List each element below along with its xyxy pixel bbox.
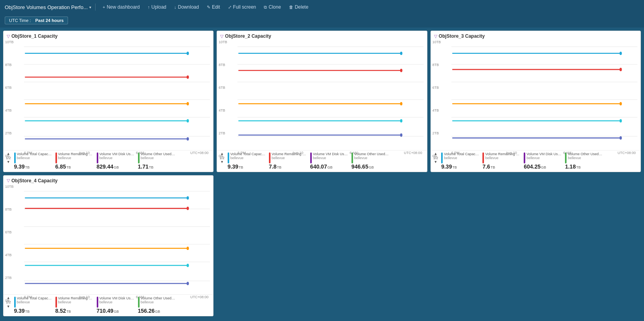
- metric-sub: bellevue: [354, 156, 390, 160]
- metric-value: 946.65GB: [351, 163, 390, 170]
- clone-button[interactable]: ⧉ Clone: [261, 3, 284, 11]
- x-axis-label: UTC+08:00: [190, 151, 208, 155]
- edit-button[interactable]: ✎ Edit: [204, 3, 223, 11]
- metric-value: 6.85TB: [55, 163, 94, 170]
- chart-panel-3: ▽ ObjStore_3 Capacity 6 PMAug 106 AMUTC+…: [431, 31, 641, 172]
- svg-point-11: [187, 102, 189, 106]
- metric-color-bar: [228, 152, 229, 163]
- metric-sub: bellevue: [141, 300, 176, 304]
- panel-title: ObjStore_4 Capacity: [11, 178, 57, 183]
- metric-value: 9.39TB: [14, 163, 52, 170]
- x-axis-label: UTC+08:00: [618, 151, 636, 155]
- fullscreen-button[interactable]: ⤢ Full screen: [225, 3, 259, 11]
- metric-value: 1.71TB: [138, 163, 176, 170]
- x-axis-label: 6 PM: [237, 151, 246, 155]
- metric-unit: TB: [25, 310, 30, 314]
- metric-number: 710.49: [97, 308, 114, 314]
- x-axis-label: UTC+08:00: [404, 151, 422, 155]
- x-axis-labels: 6 PMAug 106 AMUTC+08:00: [237, 151, 423, 155]
- metric-value: 7.6TB: [482, 163, 521, 170]
- filter-icon: ▽: [7, 34, 10, 39]
- metric-unit: GB: [114, 165, 119, 169]
- svg-point-41: [619, 68, 622, 72]
- metric-value: 640.07GB: [310, 163, 348, 170]
- panel-title: ObjStore_1 Capacity: [11, 33, 57, 39]
- download-button[interactable]: ↓ Download: [171, 3, 202, 11]
- x-axis-label: 6 AM: [136, 151, 144, 155]
- metric-sub: bellevue: [230, 156, 266, 160]
- page-indicator: ▲ 1/2 ▼: [6, 152, 11, 164]
- svg-point-7: [187, 51, 189, 55]
- panel-title: ObjStore_2 Capacity: [225, 33, 271, 39]
- metric-number: 640.07: [310, 163, 327, 170]
- upload-icon: ↑: [148, 5, 150, 9]
- metric-number: 604.25: [524, 163, 541, 170]
- metric-number: 1.18: [565, 163, 576, 170]
- page-down-button[interactable]: ▼: [7, 160, 10, 164]
- time-filter-bar: UTC Time : Past 24 hours: [0, 14, 644, 28]
- metric-value: 9.39TB: [228, 163, 266, 170]
- chart-svg: [24, 186, 210, 295]
- metric-sub: bellevue: [141, 156, 176, 160]
- dashboard-title: ObjStore Volumes Operation Perfo... ▾: [5, 4, 91, 10]
- metric-color-bar: [14, 297, 16, 308]
- metric-unit: GB: [541, 165, 546, 169]
- svg-point-31: [400, 134, 403, 137]
- clone-icon: ⧉: [264, 5, 267, 10]
- chart-svg: [237, 41, 423, 150]
- metric-unit: TB: [576, 165, 581, 169]
- metric-unit: TB: [66, 310, 71, 314]
- metric-sub: bellevue: [272, 156, 307, 160]
- metric-sub: bellevue: [58, 156, 94, 160]
- time-filter-badge[interactable]: UTC Time : Past 24 hours: [5, 17, 68, 24]
- upload-button[interactable]: ↑ Upload: [145, 3, 170, 11]
- metric-unit: TB: [277, 165, 282, 169]
- title-chevron-icon[interactable]: ▾: [89, 5, 91, 9]
- delete-button[interactable]: 🗑 Delete: [286, 3, 312, 11]
- svg-point-39: [619, 51, 622, 55]
- metric-number: 946.65: [351, 163, 368, 170]
- metric-color-bar: [441, 152, 443, 163]
- filter-icon: ▽: [220, 34, 223, 39]
- metric-number: 9.39: [441, 163, 452, 170]
- page-down-button[interactable]: ▼: [220, 160, 224, 164]
- metric-sub: bellevue: [99, 300, 135, 304]
- panel-header: ▽ ObjStore_3 Capacity: [431, 31, 640, 40]
- metric-unit: GB: [114, 310, 119, 314]
- top-bar: ObjStore Volumes Operation Perfo... ▾ + …: [0, 0, 644, 14]
- svg-point-47: [619, 136, 622, 140]
- resize-handle[interactable]: [424, 169, 427, 172]
- svg-point-13: [187, 119, 189, 123]
- resize-handle[interactable]: [210, 169, 213, 172]
- metric-unit: TB: [149, 165, 154, 169]
- page-number: 1/2: [219, 156, 224, 160]
- svg-point-9: [187, 75, 189, 79]
- new-dashboard-button[interactable]: + New dashboard: [99, 3, 143, 11]
- svg-point-29: [400, 119, 403, 123]
- metric-sub: bellevue: [568, 156, 603, 160]
- chart-svg: [451, 41, 637, 150]
- page-up-button[interactable]: ▲: [220, 152, 224, 156]
- metric-sub: bellevue: [99, 156, 135, 160]
- metric-number: 6.85: [55, 163, 66, 170]
- chart-svg: [24, 41, 210, 150]
- dashboard-grid: ▽ ObjStore_1 Capacity 6 PMAug 106 AMUTC+…: [0, 28, 644, 319]
- x-axis-label: Aug 10: [506, 151, 517, 155]
- metric-unit: TB: [25, 165, 30, 169]
- chart-panel-2: ▽ ObjStore_2 Capacity 6 PMAug 106 AMUTC+…: [217, 31, 427, 172]
- metric-number: 7.6: [482, 163, 490, 170]
- page-up-button[interactable]: ▲: [7, 296, 10, 300]
- resize-handle[interactable]: [210, 313, 213, 316]
- page-down-button[interactable]: ▼: [434, 160, 437, 164]
- page-indicator: ▲ 1/2 ▼: [433, 152, 438, 164]
- page-up-button[interactable]: ▲: [434, 152, 437, 156]
- metric-number: 9.39: [14, 163, 25, 170]
- page-up-button[interactable]: ▲: [7, 152, 10, 156]
- metric-number: 156.26: [138, 308, 155, 314]
- resize-handle[interactable]: [637, 169, 640, 172]
- metric-number: 8.52: [55, 308, 66, 314]
- page-down-button[interactable]: ▼: [7, 305, 10, 308]
- x-axis-labels: 6 PMAug 106 AMUTC+08:00: [451, 151, 637, 155]
- filter-icon: ▽: [7, 178, 10, 183]
- svg-point-23: [400, 51, 403, 55]
